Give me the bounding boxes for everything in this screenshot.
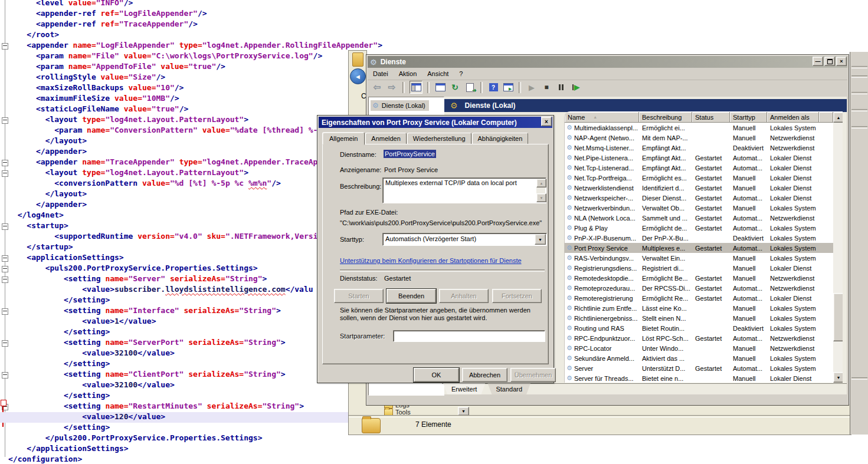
service-name-text: RPC-Locator bbox=[574, 345, 612, 352]
service-start-cell: Automat... bbox=[730, 225, 767, 232]
table-row[interactable]: ⚙Net.Msmq-Listener...Empfängt Akt...Deak… bbox=[565, 143, 833, 153]
column-header-starttyp[interactable]: Starttyp bbox=[730, 112, 767, 123]
service-desc-cell: Der RPCSS-Di... bbox=[639, 285, 692, 292]
table-row[interactable]: ⚙RAS-Verbindungsv...Verwaltet Ein...Manu… bbox=[565, 253, 833, 263]
services-scrollbar[interactable]: ▲ ▼ bbox=[833, 112, 843, 383]
column-header-beschreibung[interactable]: Beschreibung bbox=[639, 112, 692, 123]
service-name-cell: ⚙Server für Threads... bbox=[565, 374, 639, 382]
minimize-button[interactable]: — bbox=[813, 57, 823, 66]
restart-service-button[interactable]: ▶ bbox=[570, 81, 582, 93]
view-tab-erweitert[interactable]: Erweitert bbox=[443, 383, 485, 394]
service-start-cell: Automat... bbox=[730, 164, 767, 172]
table-row[interactable]: ⚙Registrierungsdiens...Registriert di...… bbox=[565, 263, 833, 273]
column-header-anmeldenals[interactable]: Anmelden als bbox=[767, 112, 819, 123]
menu-item-ansicht[interactable]: Ansicht bbox=[422, 68, 454, 79]
chevron-down-icon[interactable]: ▼ bbox=[535, 234, 546, 245]
service-desc-cell: Lässt eine Ko... bbox=[639, 305, 692, 312]
view-tab-standard[interactable]: Standard bbox=[487, 383, 530, 394]
close-button[interactable]: × bbox=[541, 117, 552, 126]
scrollbar-thumb[interactable] bbox=[833, 293, 843, 341]
anhalten-button[interactable]: Anhalten bbox=[439, 289, 489, 303]
table-row[interactable]: ⚙NetzwerklistendienstIdentifiziert d...G… bbox=[565, 183, 833, 193]
maximize-button[interactable] bbox=[824, 57, 835, 66]
play-icon: ▶ bbox=[529, 83, 535, 92]
tab-abhängigkeiten[interactable]: Abhängigkeiten bbox=[472, 133, 529, 144]
stop-service-button[interactable]: ■ bbox=[541, 81, 552, 93]
table-row[interactable]: ⚙RPC-Endpunktzuor...Löst RPC-Sch...Gesta… bbox=[565, 333, 833, 343]
table-row[interactable]: ⚙Routing und RASBietet Routin...Deaktivi… bbox=[565, 323, 833, 333]
ok-button[interactable]: OK bbox=[414, 368, 459, 382]
table-row[interactable]: ⚙Net.Pipe-Listenera...Empfängt Akt...Ges… bbox=[565, 153, 833, 163]
table-row[interactable]: ⚙NLA (Network Loca...Sammelt und ...Gest… bbox=[565, 213, 833, 223]
refresh-button[interactable]: ↻ bbox=[449, 81, 461, 93]
code-line[interactable]: </configuration> bbox=[0, 455, 868, 464]
explorer-back-button[interactable]: ◄ bbox=[350, 68, 366, 84]
code-line[interactable]: <appender-ref ref="LogFileAppender"/> bbox=[0, 9, 868, 19]
table-row[interactable]: ⚙Remoteprozedurau...Der RPCSS-Di...Gesta… bbox=[565, 283, 833, 293]
description-field[interactable]: Multiplexes external TCP/IP data on loca… bbox=[382, 177, 546, 203]
table-row[interactable]: ⚙RPC-LocatorUnter Windo...ManuellNetzwer… bbox=[565, 343, 833, 353]
menu-item-aktion[interactable]: Aktion bbox=[394, 68, 422, 79]
service-logon-cell: Lokales System bbox=[767, 225, 819, 232]
code-line[interactable]: <level value="INFO"/> bbox=[0, 0, 868, 9]
start-type-dropdown[interactable]: Automatisch (Verzögerter Start) ▼ bbox=[382, 233, 547, 246]
start-parameters-hint: Sie können die Startparameter angeben, d… bbox=[340, 307, 545, 322]
table-row[interactable]: ⚙NAP-Agent (Netwo...Mit dem NAP-...Manue… bbox=[565, 133, 833, 143]
menu-item-datei[interactable]: Datei bbox=[368, 68, 394, 79]
tab-wiederherstellung[interactable]: Wiederherstellung bbox=[407, 133, 471, 144]
scroll-down-button[interactable]: ▼ bbox=[833, 372, 843, 383]
table-row[interactable]: ⚙Netzwerkspeicher-...Dieser Dienst...Ges… bbox=[565, 193, 833, 203]
table-row[interactable]: ⚙Net.Tcp-Listenerad...Empfängt Akt...Ges… bbox=[565, 163, 833, 173]
table-row[interactable]: ⚙Richtlinienergebniss...Stellt einen N..… bbox=[565, 313, 833, 323]
code-line[interactable]: <appender-ref ref="TraceAppender"/> bbox=[0, 19, 868, 30]
tab-anmelden[interactable]: Anmelden bbox=[365, 133, 407, 144]
table-row[interactable]: ⚙Net.Tcp-Portfreiga...Ermöglicht es...Ge… bbox=[565, 173, 833, 183]
scroll-down-button[interactable]: ▼ bbox=[536, 193, 546, 202]
column-header-name[interactable]: Name▲ bbox=[565, 112, 639, 123]
bernehmen-button[interactable]: Übernehmen bbox=[510, 368, 556, 382]
pause-service-button[interactable] bbox=[555, 81, 567, 93]
code-line[interactable]: <appender name="LogFileAppender" type="l… bbox=[0, 41, 868, 51]
table-row[interactable]: ⚙Sekundäre Anmeld...Aktiviert das ...Man… bbox=[565, 353, 833, 363]
table-row[interactable]: ⚙Plug & PlayErmöglicht de...GestartetAut… bbox=[565, 223, 833, 233]
start-parameters-input[interactable] bbox=[393, 330, 545, 342]
dialog-titlebar[interactable]: Eigenschaften von Port Proxy Service (Lo… bbox=[319, 117, 552, 128]
menu-item-help[interactable]: ? bbox=[454, 68, 468, 79]
console-tree-toggle-button[interactable] bbox=[410, 81, 422, 94]
abbrechen-button[interactable]: Abbrechen bbox=[462, 368, 507, 382]
start-type-value: Automatisch (Verzögerter Start) bbox=[385, 235, 476, 242]
fortsetzen-button[interactable]: Fortsetzen bbox=[492, 289, 542, 303]
close-button[interactable]: × bbox=[836, 57, 847, 66]
table-row[interactable]: ⚙RemoteregistrierungErmöglicht Re...Gest… bbox=[565, 293, 833, 303]
starten-button[interactable]: Starten bbox=[334, 289, 384, 303]
column-header-status[interactable]: Status bbox=[692, 112, 730, 123]
scroll-up-button[interactable]: ▲ bbox=[536, 179, 546, 187]
help-button[interactable]: ? bbox=[487, 81, 499, 93]
services-titlebar[interactable]: ⚙ Dienste bbox=[368, 56, 847, 68]
properties-button[interactable] bbox=[434, 81, 446, 93]
extended-view-button[interactable] bbox=[502, 81, 514, 93]
forward-button[interactable]: ⇨ bbox=[386, 81, 398, 93]
explorer-bottom-pane: LogsTools ▼ 7 Elemente bbox=[348, 404, 851, 435]
tab-allgemein[interactable]: Allgemein bbox=[322, 132, 365, 145]
table-row[interactable]: ⚙Server für Threads...Bietet eine n...Ma… bbox=[565, 373, 833, 383]
export-list-button[interactable] bbox=[464, 81, 476, 93]
code-line[interactable]: </applicationSettings> bbox=[0, 444, 868, 455]
table-row[interactable]: ⚙Richtlinie zum Entfe...Lässt eine Ko...… bbox=[565, 303, 833, 313]
back-button[interactable]: ⇦ bbox=[371, 81, 383, 93]
table-row[interactable]: ⚙ServerUnterstützt D...GestartetAutomat.… bbox=[565, 363, 833, 373]
beenden-button[interactable]: Beenden bbox=[386, 289, 436, 303]
tree-item-dienste-lokal[interactable]: ⚙ Dienste (Lokal) bbox=[371, 100, 429, 111]
table-row[interactable]: ⚙Netzwerkverbindun...Verwaltet Ob...Gest… bbox=[565, 203, 833, 213]
table-row[interactable]: ⚙PnP-X-IP-Busenum...Der PnP-X-Bu...Deakt… bbox=[565, 233, 833, 243]
table-row[interactable]: ⚙Remotedesktopdie...Ermöglicht Be...Gest… bbox=[565, 273, 833, 283]
table-row[interactable]: ⚙Multimediaklassenpl...Ermöglicht ei...M… bbox=[565, 123, 833, 133]
scroll-up-button[interactable]: ▲ bbox=[833, 112, 843, 123]
column-header-label: Anmelden als bbox=[770, 114, 810, 121]
service-start-cell: Automat... bbox=[730, 195, 767, 202]
chevron-down-icon[interactable]: ▼ bbox=[458, 407, 469, 416]
startup-options-help-link[interactable]: Unterstützung beim Konfigurieren der Sta… bbox=[340, 257, 522, 264]
code-line[interactable]: </root> bbox=[0, 30, 868, 41]
start-service-button[interactable]: ▶ bbox=[526, 81, 538, 93]
table-row[interactable]: ⚙Port Proxy ServiceMultiplexes e...Gesta… bbox=[565, 243, 833, 253]
